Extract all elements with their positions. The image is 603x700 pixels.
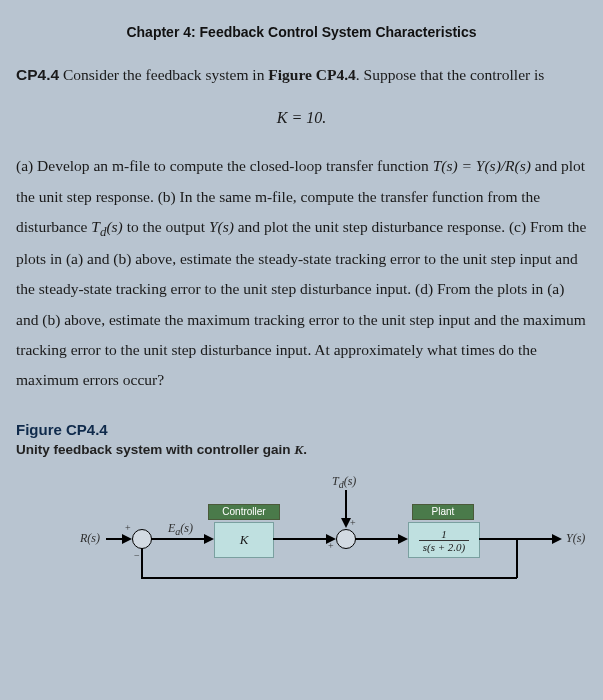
caption-post: .: [303, 442, 307, 457]
figure-label: Figure CP4.4: [14, 421, 589, 438]
figure-reference: Figure CP4.4: [268, 66, 356, 83]
sign-plus-2b: +: [350, 517, 356, 528]
caption-pre: Unity feedback system with controller ga…: [16, 442, 294, 457]
plant-numerator: 1: [437, 528, 451, 540]
controller-k-text: K: [240, 532, 249, 548]
figure-caption: Unity feedback system with controller ga…: [14, 442, 589, 458]
arrow-sum1-k: [204, 534, 214, 544]
label-td: Td(s): [332, 474, 356, 490]
caption-k: K: [294, 442, 303, 457]
line-feedback-across: [141, 577, 517, 579]
arrow-r-sum1: [122, 534, 132, 544]
line-feedback-down: [516, 538, 518, 578]
tf-definition: T(s) = Y(s)/R(s): [433, 157, 531, 174]
td-sym: T: [332, 474, 339, 488]
block-diagram: R(s) + − Ea(s) Controller K + + Td(s): [16, 468, 591, 598]
sign-plus-1: +: [125, 522, 131, 533]
label-y: Y(s): [566, 531, 585, 546]
label-r: R(s): [80, 531, 100, 546]
ys-symbol: Y(s): [209, 218, 234, 235]
problem-body: (a) Develop an m-file to compute the clo…: [16, 151, 587, 395]
line-td-sum2: [345, 490, 347, 520]
label-ea: Ea(s): [168, 521, 193, 537]
equation-k: K = 10.: [14, 109, 589, 127]
rest-text: and plot the unit step disturbance respo…: [16, 218, 586, 388]
part-a-lead: (a) Develop an m-file to compute the clo…: [16, 157, 433, 174]
problem-intro: CP4.4 Consider the feedback system in Fi…: [16, 60, 587, 89]
sum-node-2: [336, 529, 356, 549]
td-symbol: T: [91, 218, 100, 235]
td-arg-d: (s): [344, 474, 357, 488]
plant-block: 1 s(s + 2.0): [408, 522, 480, 558]
arrow-sum2-plant: [398, 534, 408, 544]
plant-denominator: s(s + 2.0): [419, 540, 470, 553]
sign-plus-2a: +: [328, 540, 334, 551]
sum-node-1: [132, 529, 152, 549]
plant-header: Plant: [412, 504, 474, 520]
intro-text-2: . Suppose that the controller is: [356, 66, 545, 83]
line-sum1-k: [151, 538, 206, 540]
controller-block: K: [214, 522, 274, 558]
td-arg: (s): [106, 218, 122, 235]
controller-header: Controller: [208, 504, 280, 520]
problem-number: CP4.4: [16, 66, 59, 83]
arrow-plant-y: [552, 534, 562, 544]
plant-fraction: 1 s(s + 2.0): [419, 528, 470, 553]
part-b-tail: to the output: [123, 218, 209, 235]
sign-minus: −: [134, 550, 140, 561]
ea-arg: (s): [180, 521, 193, 535]
line-sum2-plant: [355, 538, 400, 540]
chapter-title: Chapter 4: Feedback Control System Chara…: [14, 24, 589, 40]
line-k-sum2: [273, 538, 328, 540]
arrow-td-sum2: [341, 518, 351, 528]
line-feedback-up: [141, 548, 143, 578]
intro-text-1: Consider the feedback system in: [63, 66, 268, 83]
